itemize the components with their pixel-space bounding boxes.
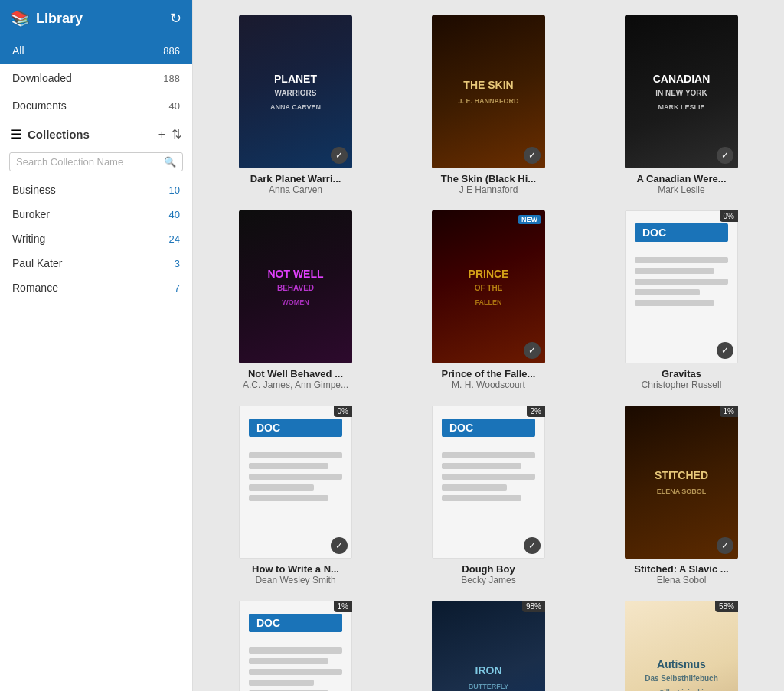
book-card-doc-bottom-left[interactable]: DOC 1%... bbox=[205, 601, 386, 691]
add-collection-button[interactable]: + bbox=[158, 128, 165, 142]
cover-text: Autismus bbox=[657, 658, 706, 671]
percent-badge: 0% bbox=[334, 406, 352, 417]
refresh-icon[interactable]: ↻ bbox=[170, 10, 181, 27]
cover-text: MARK LESLIE bbox=[658, 103, 704, 111]
search-collection-input[interactable] bbox=[16, 156, 164, 168]
nav-label: All bbox=[12, 44, 24, 57]
book-cover-wrap: AutismusDas SelbsthilfebuchSilke Lipinsk… bbox=[625, 601, 738, 691]
book-cover-wrap: NOT WELLBEHAVEDWOMEN bbox=[239, 210, 352, 363]
book-cover-wrap: DOC 0%✓ bbox=[625, 210, 738, 363]
collection-label: Romance bbox=[12, 282, 58, 294]
book-cover-image: PLANETWARRIORSANNA CARVEN bbox=[239, 15, 352, 168]
doc-lines bbox=[249, 452, 342, 501]
cover-text: FALLEN bbox=[475, 298, 502, 306]
nav-count: 886 bbox=[163, 45, 180, 57]
collection-count: 7 bbox=[175, 282, 180, 294]
book-cover-image: NOT WELLBEHAVEDWOMEN bbox=[239, 210, 352, 363]
book-card-dough-boy[interactable]: DOC 2%✓Dough BoyBecky James bbox=[398, 406, 579, 585]
books-grid: PLANETWARRIORSANNA CARVEN✓Dark Planet Wa… bbox=[205, 8, 772, 691]
sidebar: 📚 Library ↻ All886Downloaded188Documents… bbox=[0, 0, 193, 691]
percent-badge: 98% bbox=[522, 601, 545, 612]
book-title: Stitched: A Slavic ... bbox=[634, 563, 728, 575]
collection-label: Business bbox=[12, 184, 56, 196]
check-badge: ✓ bbox=[524, 147, 541, 164]
doc-line bbox=[249, 647, 342, 654]
book-title: Dough Boy bbox=[462, 563, 514, 575]
book-author: Christopher Russell bbox=[642, 380, 722, 390]
sidebar-nav-downloaded[interactable]: Downloaded188 bbox=[0, 64, 192, 92]
doc-line bbox=[442, 474, 535, 480]
doc-line bbox=[442, 452, 535, 458]
book-author: Mark Leslie bbox=[658, 184, 704, 195]
cover-text: ELENA SOBOL bbox=[657, 487, 707, 495]
doc-badge: DOC bbox=[249, 614, 342, 632]
collection-item-romance[interactable]: Romance7 bbox=[0, 275, 192, 300]
book-cover-wrap: DOC 1% bbox=[239, 601, 352, 691]
collection-item-writing[interactable]: Writing24 bbox=[0, 227, 192, 251]
book-card-skin-black[interactable]: THE SKINJ. E. HANNAFORD✓The Skin (Black … bbox=[398, 15, 579, 195]
search-icon: 🔍 bbox=[164, 156, 176, 168]
book-card-autismus[interactable]: AutismusDas SelbsthilfebuchSilke Lipinsk… bbox=[591, 601, 772, 691]
collection-item-business[interactable]: Business10 bbox=[0, 178, 192, 202]
doc-badge: DOC bbox=[635, 223, 728, 242]
sidebar-nav-all[interactable]: All886 bbox=[0, 37, 192, 64]
doc-line bbox=[249, 452, 342, 458]
doc-line bbox=[249, 474, 342, 480]
doc-cover: DOC bbox=[432, 406, 545, 559]
doc-lines bbox=[442, 452, 535, 501]
library-title: Library bbox=[36, 11, 83, 27]
book-card-how-to-write[interactable]: DOC 0%✓How to Write a N...Dean Wesley Sm… bbox=[205, 406, 386, 585]
nav-items: All886Downloaded188Documents40 bbox=[0, 37, 192, 119]
cover-text: WARRIORS bbox=[275, 89, 317, 97]
book-card-iron-butterfly[interactable]: IRONBUTTERFLY98%Iron Butterfly bbox=[398, 601, 579, 691]
book-author: Becky James bbox=[461, 575, 515, 585]
collection-label: Buroker bbox=[12, 208, 50, 220]
book-cover-image: IRONBUTTERFLY bbox=[432, 601, 545, 691]
book-card-stitched[interactable]: STITCHEDELENA SOBOL1%✓Stitched: A Slavic… bbox=[591, 406, 772, 585]
cover-text: BEHAVED bbox=[277, 284, 314, 292]
book-author: M. H. Woodscourt bbox=[452, 380, 525, 390]
book-card-canadian[interactable]: CANADIANIN NEW YORKMARK LESLIE✓A Canadia… bbox=[591, 15, 772, 195]
collection-label: Paul Kater bbox=[12, 257, 62, 269]
collection-label: Writing bbox=[12, 233, 45, 245]
cover-text: CANADIAN bbox=[653, 73, 710, 86]
cover-text: BUTTERFLY bbox=[469, 683, 509, 690]
book-card-not-well-behaved[interactable]: NOT WELLBEHAVEDWOMENNot Well Behaved ...… bbox=[205, 210, 386, 390]
book-cover-wrap: DOC 2%✓ bbox=[432, 406, 545, 559]
percent-badge: 1% bbox=[720, 406, 738, 417]
doc-line bbox=[442, 495, 521, 501]
doc-line bbox=[442, 484, 507, 491]
sidebar-nav-documents[interactable]: Documents40 bbox=[0, 92, 192, 119]
book-cover-image: AutismusDas SelbsthilfebuchSilke Lipinsk… bbox=[625, 601, 738, 691]
book-title: A Canadian Were... bbox=[636, 173, 726, 184]
sidebar-header: 📚 Library ↻ bbox=[0, 0, 192, 37]
book-cover-wrap: PLANETWARRIORSANNA CARVEN✓ bbox=[239, 15, 352, 168]
cover-text: PRINCE bbox=[469, 268, 509, 281]
new-badge: NEW bbox=[518, 215, 541, 224]
cover-text: J. E. HANNAFORD bbox=[458, 97, 518, 105]
check-badge: ✓ bbox=[717, 147, 733, 164]
doc-line bbox=[249, 495, 328, 501]
main-content: PLANETWARRIORSANNA CARVEN✓Dark Planet Wa… bbox=[193, 0, 784, 691]
doc-cover: DOC bbox=[239, 406, 352, 559]
doc-line bbox=[635, 289, 700, 295]
doc-cover: DOC bbox=[239, 601, 352, 691]
book-cover-wrap: STITCHEDELENA SOBOL1%✓ bbox=[625, 406, 738, 559]
doc-line bbox=[635, 279, 728, 285]
doc-badge: DOC bbox=[249, 419, 342, 437]
collection-item-buroker[interactable]: Buroker40 bbox=[0, 202, 192, 227]
check-badge: ✓ bbox=[331, 147, 348, 164]
book-card-dark-planet[interactable]: PLANETWARRIORSANNA CARVEN✓Dark Planet Wa… bbox=[205, 15, 386, 195]
cover-text: NOT WELL bbox=[267, 268, 323, 281]
cover-text: WOMEN bbox=[282, 298, 309, 306]
book-card-prince-fallen[interactable]: PRINCEOF THEFALLENNEW✓Prince of the Fall… bbox=[398, 210, 579, 390]
sort-collection-button[interactable]: ⇅ bbox=[172, 127, 181, 142]
doc-lines bbox=[249, 647, 342, 691]
collection-item-paul-kater[interactable]: Paul Kater3 bbox=[0, 251, 192, 275]
check-badge: ✓ bbox=[524, 342, 541, 359]
book-card-gravitas[interactable]: DOC 0%✓GravitasChristopher Russell bbox=[591, 210, 772, 390]
doc-badge: DOC bbox=[442, 419, 535, 437]
collection-list: Business10Buroker40Writing24Paul Kater3R… bbox=[0, 178, 192, 300]
cover-text: STITCHED bbox=[655, 469, 708, 482]
nav-count: 188 bbox=[163, 73, 180, 84]
